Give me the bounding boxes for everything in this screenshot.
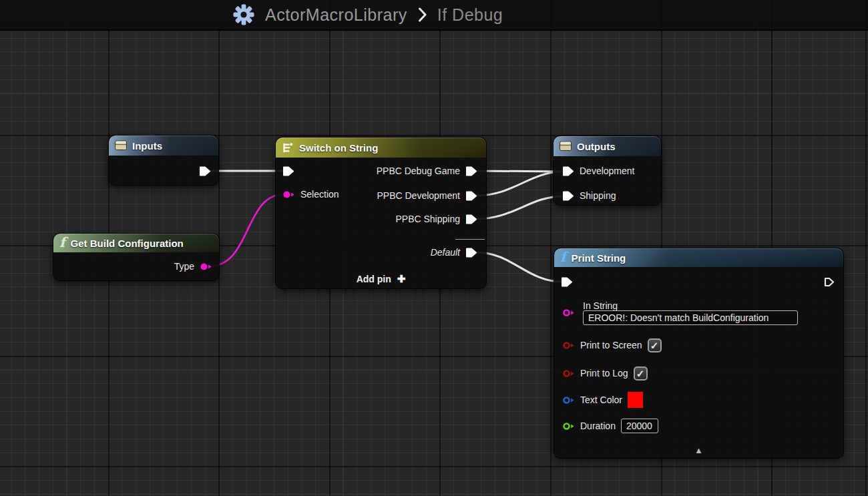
node-outputs-header[interactable]: Outputs	[554, 136, 661, 156]
node-printstring-header[interactable]: f Print String	[554, 248, 843, 267]
exec-pin-icon	[465, 166, 477, 177]
text-color-label: Text Color	[580, 395, 622, 405]
node-printstring-title: Print String	[572, 252, 626, 264]
switch-default-row[interactable]: Default	[431, 244, 477, 261]
tunnel-icon	[560, 141, 572, 152]
node-inputs-title: Inputs	[132, 140, 162, 152]
print-to-screen-label: Print to Screen	[580, 340, 642, 350]
bool-pin-outline-icon[interactable]	[562, 341, 575, 350]
instring-label: In String	[583, 300, 618, 311]
duration-label: Duration	[580, 421, 616, 431]
print-to-log-checkbox[interactable]: ✓	[634, 366, 648, 381]
function-icon: f	[59, 236, 65, 249]
inputs-exec-out-pin[interactable]	[199, 162, 211, 180]
exec-pin-icon	[465, 247, 477, 258]
exec-pin-icon	[465, 214, 477, 225]
switch-case-development-row[interactable]: PPBC Development	[377, 187, 477, 204]
collapse-arrow-icon: ▲	[694, 445, 703, 455]
default-separator	[455, 239, 485, 240]
breadcrumb-chevron-icon	[418, 7, 427, 22]
string-pin-icon	[282, 190, 295, 199]
switch-case-label: PPBC Development	[377, 190, 460, 201]
switch-case-label: PPBC Shipping	[395, 214, 460, 224]
blueprint-graph-canvas[interactable]: ActorMacroLibrary If Debug Inputs	[0, 0, 868, 496]
exec-pin-outline-icon	[823, 276, 835, 288]
switch-selection-pin-row[interactable]: Selection	[282, 186, 339, 203]
print-to-screen-checkbox[interactable]: ✓	[648, 338, 662, 352]
node-switch-title: Switch on String	[299, 142, 378, 154]
node-inputs[interactable]: Inputs	[109, 136, 218, 185]
string-pin-outline-icon[interactable]	[562, 308, 575, 317]
tunnel-icon	[115, 140, 127, 151]
node-outputs-title: Outputs	[577, 141, 616, 152]
node-outputs[interactable]: Outputs Development Shipping	[554, 136, 661, 205]
gear-icon	[233, 4, 254, 25]
switch-icon	[282, 142, 294, 154]
text-color-row: Text Color	[562, 391, 643, 409]
float-pin-outline-icon[interactable]	[562, 422, 575, 431]
outputs-pin-label: Shipping	[580, 190, 616, 201]
wire-debuggame-to-development[interactable]	[476, 171, 564, 172]
switch-case-debug-game-row[interactable]: PPBC Debug Game	[377, 162, 477, 180]
outputs-pin-label: Development	[580, 166, 635, 176]
breadcrumb-library[interactable]: ActorMacroLibrary	[265, 5, 407, 25]
printstring-exec-out-pin[interactable]	[823, 273, 835, 290]
node-switch-on-string[interactable]: Switch on String Selection PPBC Debug Ga…	[276, 138, 486, 288]
node-get-build-configuration[interactable]: f Get Build Configuration Type	[53, 234, 219, 280]
add-pin-label: Add pin	[357, 274, 391, 284]
checkmark-icon: ✓	[636, 368, 645, 379]
function-icon: f	[560, 250, 566, 264]
node-inputs-header[interactable]: Inputs	[109, 136, 218, 156]
exec-pin-icon	[562, 190, 574, 202]
wire-type-to-selection[interactable]	[209, 194, 284, 266]
getbuild-type-pin-row[interactable]: Type	[174, 258, 212, 275]
wire-default-to-printstring[interactable]	[476, 252, 562, 282]
exec-pin-icon	[465, 190, 477, 202]
switch-default-label: Default	[431, 247, 460, 258]
switch-case-shipping-row[interactable]: PPBC Shipping	[395, 210, 477, 228]
string-pin-icon	[200, 262, 212, 271]
print-to-log-label: Print to Log	[580, 368, 628, 379]
outputs-development-pin-row[interactable]: Development	[562, 162, 635, 180]
plus-icon: ✚	[397, 273, 406, 285]
outputs-shipping-pin-row[interactable]: Shipping	[562, 187, 616, 204]
print-to-screen-row: Print to Screen ✓	[562, 336, 662, 354]
switch-add-pin-button[interactable]: Add pin ✚	[276, 273, 486, 285]
breadcrumb-graph[interactable]: If Debug	[437, 5, 503, 25]
wire-development-to-development[interactable]	[476, 172, 564, 196]
exec-pin-icon	[561, 276, 573, 288]
graph-breadcrumb-bar: ActorMacroLibrary If Debug	[0, 0, 868, 31]
node-getbuild-title: Get Build Configuration	[71, 238, 184, 249]
switch-exec-in-pin[interactable]	[282, 162, 294, 180]
text-color-swatch[interactable]	[628, 392, 643, 408]
printstring-exec-in-pin[interactable]	[561, 273, 573, 290]
checkmark-icon: ✓	[650, 340, 659, 350]
bool-pin-outline-icon[interactable]	[562, 369, 575, 378]
switch-case-label: PPBC Debug Game	[377, 166, 460, 176]
exec-pin-icon	[199, 166, 211, 177]
node-print-string[interactable]: f Print String In String Print to Screen	[554, 248, 843, 458]
breadcrumb: ActorMacroLibrary If Debug	[233, 4, 503, 25]
duration-input[interactable]	[621, 419, 658, 433]
duration-row: Duration	[562, 417, 658, 435]
collapse-node-button[interactable]: ▲	[554, 445, 843, 455]
node-switch-header[interactable]: Switch on String	[276, 138, 486, 158]
getbuild-type-label: Type	[174, 261, 194, 272]
node-getbuild-header[interactable]: f Get Build Configuration	[53, 234, 219, 252]
exec-pin-icon	[562, 166, 574, 177]
exec-pin-icon	[282, 166, 294, 177]
struct-pin-outline-icon[interactable]	[562, 396, 575, 405]
wire-shipping-to-shipping[interactable]	[476, 196, 564, 219]
switch-selection-label: Selection	[300, 189, 339, 200]
instring-input[interactable]	[583, 310, 798, 325]
print-to-log-row: Print to Log ✓	[562, 364, 648, 382]
